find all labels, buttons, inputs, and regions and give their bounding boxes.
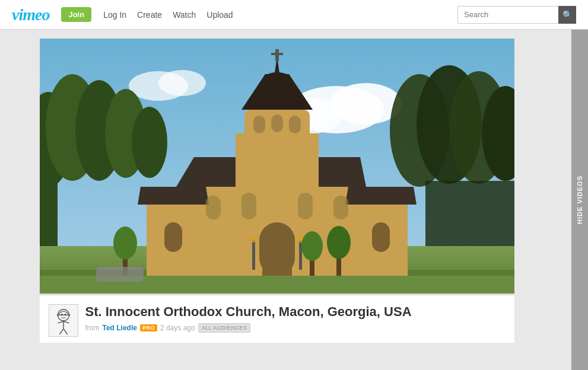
header: vimeo Join Log In Create Watch Upload 🔍 bbox=[0, 0, 588, 30]
video-thumbnail[interactable] bbox=[40, 39, 514, 294]
svg-point-59 bbox=[64, 314, 66, 315]
author-link[interactable]: Ted Liedle bbox=[103, 324, 137, 332]
svg-point-53 bbox=[113, 227, 137, 260]
svg-point-5 bbox=[158, 70, 206, 96]
svg-rect-34 bbox=[271, 114, 283, 132]
nav-links: Log In Create Watch Upload bbox=[103, 10, 446, 20]
main-content: St. Innocent Orthodox Church, Macon, Geo… bbox=[0, 30, 571, 352]
avatar bbox=[49, 304, 78, 337]
svg-rect-32 bbox=[253, 116, 265, 133]
nav-login[interactable]: Log In bbox=[103, 10, 126, 20]
svg-rect-31 bbox=[271, 53, 283, 55]
vimeo-logo[interactable]: vimeo bbox=[12, 5, 49, 24]
svg-point-58 bbox=[61, 314, 62, 315]
nav-create[interactable]: Create bbox=[137, 10, 162, 20]
svg-rect-45 bbox=[164, 222, 182, 252]
svg-marker-24 bbox=[345, 187, 417, 205]
search-button[interactable]: 🔍 bbox=[558, 6, 576, 24]
svg-rect-46 bbox=[372, 222, 390, 252]
pro-badge: PRO bbox=[140, 324, 157, 331]
svg-rect-38 bbox=[333, 196, 348, 219]
hide-videos-panel[interactable]: HIDE VIDEOS bbox=[571, 30, 588, 370]
search-icon: 🔍 bbox=[562, 10, 573, 20]
video-container: St. Innocent Orthodox Church, Macon, Geo… bbox=[40, 39, 514, 343]
timestamp: 2 days ago bbox=[160, 324, 195, 332]
search-input[interactable] bbox=[457, 6, 558, 24]
svg-rect-33 bbox=[289, 116, 301, 133]
svg-rect-37 bbox=[298, 193, 313, 219]
from-label: from bbox=[85, 324, 100, 332]
svg-marker-22 bbox=[138, 187, 209, 205]
hide-videos-label: HIDE VIDEOS bbox=[576, 176, 583, 224]
video-info: St. Innocent Orthodox Church, Macon, Geo… bbox=[40, 294, 514, 343]
video-details: St. Innocent Orthodox Church, Macon, Geo… bbox=[85, 304, 506, 333]
svg-rect-54 bbox=[96, 267, 144, 282]
svg-point-49 bbox=[301, 231, 323, 261]
search-container: 🔍 bbox=[457, 6, 576, 24]
svg-rect-35 bbox=[206, 196, 221, 219]
nav-watch[interactable]: Watch bbox=[173, 10, 196, 20]
svg-rect-40 bbox=[262, 240, 292, 276]
svg-rect-41 bbox=[252, 240, 255, 270]
svg-point-42 bbox=[250, 235, 257, 243]
audience-badge: ALL AUDIENCES bbox=[198, 323, 251, 333]
svg-point-11 bbox=[132, 107, 167, 178]
video-title: St. Innocent Orthodox Church, Macon, Geo… bbox=[85, 304, 506, 320]
video-meta: from Ted Liedle PRO 2 days ago ALL AUDIE… bbox=[85, 323, 506, 333]
join-button[interactable]: Join bbox=[61, 7, 91, 22]
svg-rect-36 bbox=[241, 193, 256, 219]
nav-upload[interactable]: Upload bbox=[206, 10, 233, 20]
svg-point-51 bbox=[327, 226, 351, 259]
